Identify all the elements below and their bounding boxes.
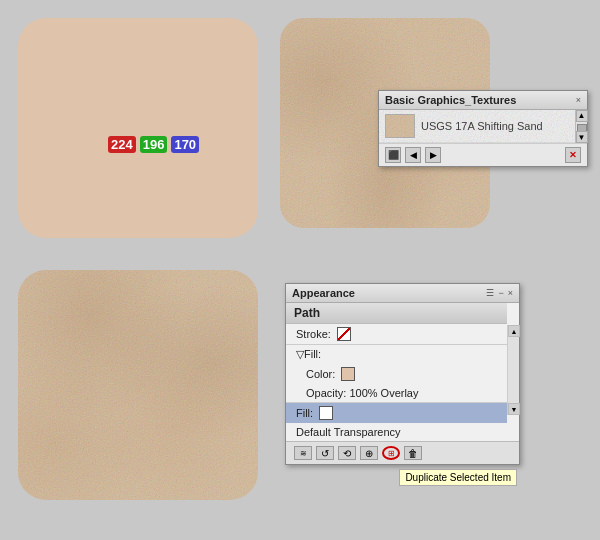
texture-thumbnail	[385, 114, 415, 138]
appearance-bottom-toolbar: ≋ ↺ ⟲ ⊕ ⊞ 🗑 Duplicate Selected Item	[286, 441, 519, 464]
panel-textures: Basic Graphics_Textures × USGS 17A Shift…	[378, 90, 588, 167]
textures-toolbar: ⬛ ◀ ▶ ✕	[379, 143, 587, 166]
appearance-tb-waves[interactable]: ≋	[294, 446, 312, 460]
blue-value: 170	[171, 136, 199, 153]
appearance-fill-header-row: ▽Fill:	[286, 345, 507, 364]
appearance-fill-row-highlighted[interactable]: Fill:	[286, 403, 507, 423]
panel-appearance: Appearance ☰ − × Path Stroke: ▽Fill: C	[285, 283, 520, 465]
panel-textures-controls: ×	[576, 95, 581, 105]
scroll-down-arrow[interactable]: ▼	[576, 131, 588, 143]
canvas-background: 224 196 170 Basic Graphics_Textures × US…	[0, 0, 600, 540]
app-scroll-track	[508, 337, 519, 403]
texture-back-btn[interactable]: ◀	[405, 147, 421, 163]
texture-noise-bl	[18, 270, 258, 500]
opacity-label: Opacity: 100% Overlay	[306, 387, 419, 399]
red-value: 224	[108, 136, 136, 153]
panel-textures-header: Basic Graphics_Textures ×	[379, 91, 587, 110]
panel-appearance-controls: ☰ − ×	[486, 288, 513, 298]
texture-play-btn[interactable]: ▶	[425, 147, 441, 163]
fill-color-box-2[interactable]	[319, 406, 333, 420]
appearance-tb-add[interactable]: ⊕	[360, 446, 378, 460]
stroke-color-box[interactable]	[337, 327, 351, 341]
appearance-path-label: Path	[286, 303, 507, 324]
texture-import-btn[interactable]: ⬛	[385, 147, 401, 163]
panel-appearance-minimize[interactable]: −	[498, 288, 503, 298]
appearance-tb-reset[interactable]: ↺	[316, 446, 334, 460]
duplicate-tooltip: Duplicate Selected Item	[399, 469, 517, 486]
appearance-tb-delete[interactable]: 🗑	[404, 446, 422, 460]
panel-textures-close[interactable]: ×	[576, 95, 581, 105]
fill-group-label: ▽Fill:	[296, 348, 321, 361]
texture-item[interactable]: USGS 17A Shifting Sand	[379, 110, 587, 143]
stroke-label: Stroke:	[296, 328, 331, 340]
appearance-scrollbar[interactable]: ▲ ▼	[507, 325, 519, 415]
appearance-opacity-row: Opacity: 100% Overlay	[286, 384, 507, 402]
green-value: 196	[140, 136, 168, 153]
fill-color-box[interactable]	[341, 367, 355, 381]
fill-label-2: Fill:	[296, 407, 313, 419]
app-scroll-down[interactable]: ▼	[508, 403, 520, 415]
shape-bottom-left	[18, 270, 258, 500]
panel-appearance-header: Appearance ☰ − ×	[286, 284, 519, 303]
panel-appearance-menu[interactable]: ☰	[486, 288, 494, 298]
duplicate-selected-btn[interactable]: ⊞	[382, 446, 400, 460]
textures-scrollbar[interactable]: ▲ ▼	[575, 110, 587, 143]
thumb-noise	[379, 110, 587, 143]
shape-top-left: 224 196 170	[18, 18, 258, 238]
app-scroll-up[interactable]: ▲	[508, 325, 520, 337]
color-label: Color:	[306, 368, 335, 380]
transparency-label: Default Transparency	[296, 426, 401, 438]
duplicate-icon-inner: ⊞	[388, 449, 395, 458]
appearance-transparency-row: Default Transparency	[286, 423, 507, 441]
scroll-up-arrow[interactable]: ▲	[576, 110, 588, 122]
texture-delete-btn[interactable]: ✕	[565, 147, 581, 163]
appearance-color-row: Color:	[286, 364, 507, 384]
appearance-stroke-row: Stroke:	[286, 324, 507, 344]
panel-textures-title: Basic Graphics_Textures	[385, 94, 516, 106]
rgb-labels: 224 196 170	[108, 136, 199, 153]
panel-appearance-close[interactable]: ×	[508, 288, 513, 298]
appearance-tb-refresh[interactable]: ⟲	[338, 446, 356, 460]
panel-appearance-title: Appearance	[292, 287, 355, 299]
